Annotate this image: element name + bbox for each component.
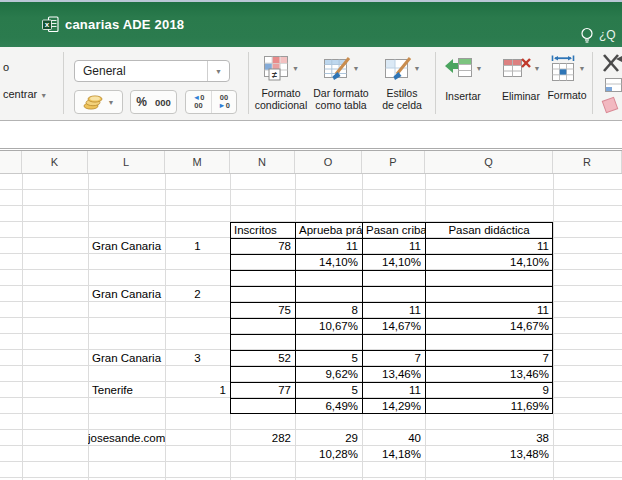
table-border [230,398,553,399]
format-label: Formato [547,90,586,102]
gridline [165,174,166,480]
gridline [22,174,23,480]
cell-L13[interactable]: Tenerife [88,382,165,398]
format-as-table-button[interactable]: ▼ Dar formato como tabla [306,52,376,118]
table-border [230,318,553,319]
column-header-M[interactable]: M [165,151,230,173]
cell-M7[interactable]: 2 [165,286,230,302]
arrow-right-icon: ► [218,101,225,110]
lightbulb-icon [580,27,594,44]
formula-bar-strip [0,121,622,148]
format-cells-icon [549,55,577,83]
chevron-down-icon: ▼ [414,65,421,72]
conditional-formatting-icon: ≠ [263,55,290,83]
cell-M13[interactable]: 1 [165,382,230,398]
increase-decimal-button[interactable]: ◄0 00 [186,91,211,113]
cell-Q16[interactable]: 38 [425,430,553,446]
table-border [230,366,553,367]
currency-format-button[interactable]: ▼ [74,90,123,114]
svg-text:≠: ≠ [272,70,277,80]
cell-styles-label: Estilos de celda [382,88,422,111]
tellme-button[interactable]: ¿Q [580,24,622,46]
table-border [230,254,553,255]
decrease-decimal-button[interactable]: 00 ►0 [211,91,236,113]
cell-O16[interactable]: 29 [295,430,362,446]
wrap-text-label-cut: o [3,61,9,73]
cell-L7[interactable]: Gran Canaria [88,286,165,302]
comma-style-button[interactable]: 000 [155,97,171,108]
partial-icons [592,47,622,121]
cell-P17[interactable]: 14,18% [362,446,425,462]
excel-file-icon: x [42,16,59,34]
svg-text:x: x [45,20,50,29]
insert-label: Insertar [445,91,481,103]
conditional-formatting-label: Formato condicional [255,88,308,111]
table-border [230,382,553,383]
insert-cells-button[interactable]: ▼ Insertar [432,52,494,118]
group-separator [63,52,64,114]
cell-O17[interactable]: 10,28% [295,446,362,462]
chevron-down-icon: ▼ [40,92,47,99]
cell-L11[interactable]: Gran Canaria [88,350,165,366]
column-header-Q[interactable]: Q [425,151,553,173]
chevron-down-icon: ▼ [353,65,360,72]
column-header-O[interactable]: O [295,151,362,173]
percent-style-button[interactable]: % [136,95,147,109]
delete-cells-icon [502,55,532,81]
cell-Q17[interactable]: 13,48% [425,446,553,462]
percent-thousands-buttons[interactable]: % 000 [130,90,177,114]
insert-cells-icon [444,55,474,81]
ribbon: o centrar ▼ General ▼ ▼ % 000 ◄0 00 [0,47,622,121]
number-format-dropdown[interactable]: General ▼ [74,60,230,82]
cell-L16[interactable]: josesande.com [88,430,165,446]
cell-L4[interactable]: Gran Canaria [88,238,165,254]
chevron-down-icon: ▼ [292,65,299,72]
table-border [230,238,553,239]
column-header-P[interactable]: P [362,151,425,173]
coins-icon [83,94,104,110]
clipped-ribbon-group [592,47,622,121]
table-border [230,350,553,351]
format-cells-button[interactable]: ▼ Formato [536,52,598,118]
tellme-label: ¿Q [599,28,616,42]
column-header-K[interactable]: K [22,151,88,173]
number-format-value: General [75,64,207,78]
table-border [230,286,553,287]
column-header-stub [0,151,22,173]
format-as-table-icon [323,55,351,83]
format-as-table-label: Dar formato como tabla [313,88,368,111]
table-border [230,302,553,303]
excel-window: x canarias ADE 2018 ¿Q o centrar ▼ Gener… [0,0,622,480]
title-bar: x canarias ADE 2018 ¿Q [0,2,622,47]
cell-styles-button[interactable]: ▼ Estilos de celda [370,52,434,118]
merge-center-button[interactable]: centrar ▼ [3,88,47,100]
cell-P16[interactable]: 40 [362,430,425,446]
chevron-down-icon: ▼ [108,99,115,106]
cell-M4[interactable]: 1 [165,238,230,254]
column-header-R[interactable]: R [553,151,622,173]
gridline [553,174,554,480]
cell-M11[interactable]: 3 [165,350,230,366]
cell-styles-icon [384,55,412,83]
chevron-down-icon: ▼ [579,65,586,72]
column-header-L[interactable]: L [88,151,165,173]
document-title: canarias ADE 2018 [65,17,184,32]
spreadsheet-grid[interactable]: InscritosAprueba prácPasan cribaPasan di… [0,174,622,480]
title-group: x canarias ADE 2018 [42,2,184,47]
column-header-N[interactable]: N [230,151,295,173]
decimal-buttons: ◄0 00 00 ►0 [185,90,237,114]
delete-label: Eliminar [502,91,540,103]
cell-N16[interactable]: 282 [230,430,295,446]
table-border [230,334,553,335]
column-headers: KLMNOPQR [0,151,622,174]
table-border [230,270,553,271]
chevron-down-icon: ▼ [215,68,222,75]
chevron-down-icon: ▼ [476,65,483,72]
